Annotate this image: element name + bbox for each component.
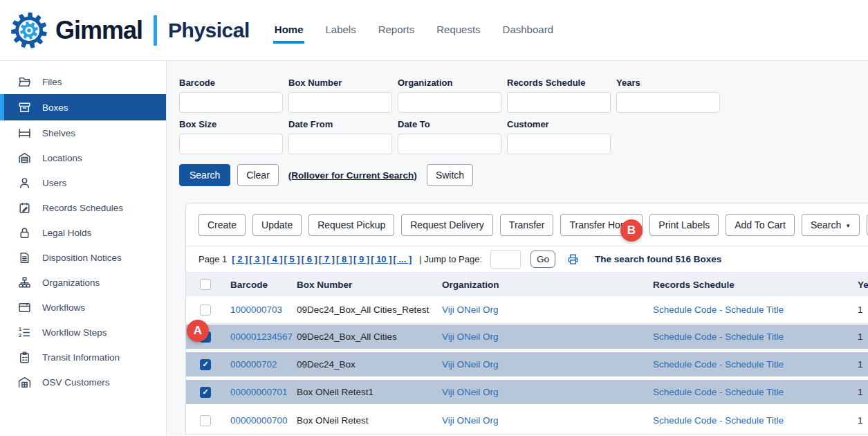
search-dropdown[interactable]: Search▼ <box>802 214 860 236</box>
transfer-button[interactable]: Transfer <box>500 214 554 236</box>
row-checkbox[interactable]: ✓ <box>200 387 211 398</box>
records-schedule-link[interactable]: Schedule Code - Schedule Title <box>653 305 858 315</box>
page-link-3[interactable]: [ 3 ] <box>249 254 265 264</box>
organization-link[interactable]: Viji ONeil Org <box>442 415 653 426</box>
sidebar-item-label: Records Schedules <box>42 203 123 213</box>
page-link-5[interactable]: [ 5 ] <box>284 254 300 264</box>
jump-to-page-label: | Jump to Page: <box>419 254 482 264</box>
years-cell: 1 <box>858 331 868 342</box>
annotation-badge-a: A <box>187 320 209 342</box>
app-root: Gimmal Physical HomeLabelsReportsRequest… <box>0 0 868 436</box>
select-all-checkbox[interactable] <box>200 279 211 290</box>
page-link-2[interactable]: [ 2 ] <box>232 254 248 264</box>
brand-logo[interactable]: Gimmal Physical <box>10 11 250 50</box>
add-to-cart-button[interactable]: Add To Cart <box>726 214 795 236</box>
table-row[interactable]: ✓00000123456709Dec24_Box_All CitiesViji … <box>186 324 868 352</box>
records-schedule-link[interactable]: Schedule Code - Schedule Title <box>653 359 858 370</box>
rollover-current-search-link[interactable]: (Rollover for Current Search) <box>288 170 417 181</box>
column-header-years: Years <box>858 280 868 290</box>
org-chart-icon <box>17 275 32 290</box>
records-schedule-link[interactable]: Schedule Code - Schedule Title <box>653 387 858 397</box>
sidebar-item-workflows[interactable]: Workflows <box>0 295 166 320</box>
search-result-count: The search found 516 Boxes <box>595 254 721 264</box>
field-date-to: Date To <box>398 119 501 154</box>
sidebar-item-users[interactable]: Users <box>0 170 166 195</box>
update-button[interactable]: Update <box>252 214 302 236</box>
sidebar-item-osv-customers[interactable]: OSV Customers <box>0 370 166 394</box>
organization-link[interactable]: Viji ONeil Org <box>442 359 653 370</box>
table-row[interactable]: ✓00000070209Dec24_BoxViji ONeil OrgSched… <box>186 352 868 379</box>
box-size-input[interactable] <box>179 134 283 154</box>
page-link-4[interactable]: [ 4 ] <box>266 254 282 264</box>
pagination-current: Page 1 <box>198 254 227 264</box>
date-to-input[interactable] <box>398 134 501 154</box>
row-checkbox[interactable]: ✓ <box>200 359 211 370</box>
row-checkbox[interactable] <box>200 415 211 426</box>
records-schedule-link[interactable]: Schedule Code - Schedule Title <box>653 415 858 426</box>
customer-input[interactable] <box>507 134 611 154</box>
page-link-8[interactable]: [ 8 ] <box>336 254 352 264</box>
box-number-input[interactable] <box>288 92 392 113</box>
page-link-6[interactable]: [ 6 ] <box>302 254 317 264</box>
organization-link[interactable]: Viji ONeil Org <box>442 305 653 315</box>
nav-requests[interactable]: Requests <box>435 17 481 44</box>
sidebar-item-shelves[interactable]: Shelves <box>0 120 166 145</box>
barcode-input[interactable] <box>179 92 283 113</box>
column-header-barcode: Barcode <box>230 280 297 290</box>
barcode-link[interactable]: 00000000701 <box>230 387 297 397</box>
nav-dashboard[interactable]: Dashboard <box>501 17 555 44</box>
records-schedule-link[interactable]: Schedule Code - Schedule Title <box>653 331 858 342</box>
nav-reports[interactable]: Reports <box>377 17 416 44</box>
organization-input[interactable] <box>398 92 501 113</box>
page-link-[interactable]: [ ... ] <box>394 254 412 264</box>
print-labels-button[interactable]: Print Labels <box>649 214 719 236</box>
column-header-organization: Organization <box>442 280 653 290</box>
request-delivery-button[interactable]: Request Delivery <box>401 214 493 236</box>
sidebar-item-workflow-steps[interactable]: 12Workflow Steps <box>0 320 166 345</box>
numbered-list-icon: 12 <box>17 325 32 340</box>
sidebar-item-records-schedules[interactable]: Records Schedules <box>0 195 166 220</box>
box-icon <box>17 100 32 115</box>
table-body: 100000070309Dec24_Box_All Cities_RetestV… <box>186 296 868 435</box>
request-pickup-button[interactable]: Request Pickup <box>308 214 394 236</box>
page-link-7[interactable]: [ 7 ] <box>319 254 335 264</box>
nav-home[interactable]: Home <box>273 17 305 44</box>
switch-button[interactable]: Switch <box>427 164 473 186</box>
page-link-10[interactable]: [ 10 ] <box>371 254 391 264</box>
row-checkbox[interactable] <box>200 305 211 316</box>
sidebar-item-disposition-notices[interactable]: Disposition Notices <box>0 245 166 270</box>
field-label: Years <box>616 78 720 88</box>
barcode-link[interactable]: 1000000703 <box>230 305 297 315</box>
sidebar-item-organizations[interactable]: Organizations <box>0 270 166 295</box>
organization-link[interactable]: Viji ONeil Org <box>442 331 653 342</box>
field-label: Organization <box>398 78 501 88</box>
jump-to-page-input[interactable] <box>490 250 521 269</box>
sidebar-item-label: OSV Customers <box>42 377 110 388</box>
sidebar-item-locations[interactable]: Locations <box>0 145 166 170</box>
column-header-box-number: Box Number <box>297 280 442 290</box>
sidebar-item-boxes[interactable]: Boxes <box>0 94 166 120</box>
nav-labels[interactable]: Labels <box>324 17 357 44</box>
barcode-link[interactable]: 000001234567 <box>230 331 297 342</box>
years-cell: 1 <box>858 305 868 315</box>
field-label: Barcode <box>179 78 283 88</box>
table-row[interactable]: 100000070309Dec24_Box_All Cities_RetestV… <box>186 296 868 324</box>
chevron-down-icon: ▼ <box>845 223 851 229</box>
organization-link[interactable]: Viji ONeil Org <box>442 387 653 397</box>
clear-button[interactable]: Clear <box>237 164 278 186</box>
barcode-link[interactable]: 000000702 <box>230 359 297 370</box>
table-row[interactable]: 00000000700Box ONeil RetestViji ONeil Or… <box>186 407 868 435</box>
sidebar-item-legal-holds[interactable]: Legal Holds <box>0 220 166 245</box>
records-schedule-input[interactable] <box>507 92 611 113</box>
search-button[interactable]: Search <box>179 164 230 186</box>
date-from-input[interactable] <box>288 134 392 154</box>
table-row[interactable]: ✓00000000701Box ONeil Retest1Viji ONeil … <box>186 379 868 407</box>
page-link-9[interactable]: [ 9 ] <box>353 254 369 264</box>
create-button[interactable]: Create <box>198 214 246 236</box>
sidebar-item-transit-information[interactable]: Transit Information <box>0 345 166 370</box>
print-icon[interactable] <box>566 253 580 266</box>
go-button[interactable]: Go <box>530 251 555 268</box>
sidebar-item-files[interactable]: Files <box>0 69 166 94</box>
barcode-link[interactable]: 00000000700 <box>230 415 297 426</box>
years-input[interactable] <box>616 92 720 113</box>
